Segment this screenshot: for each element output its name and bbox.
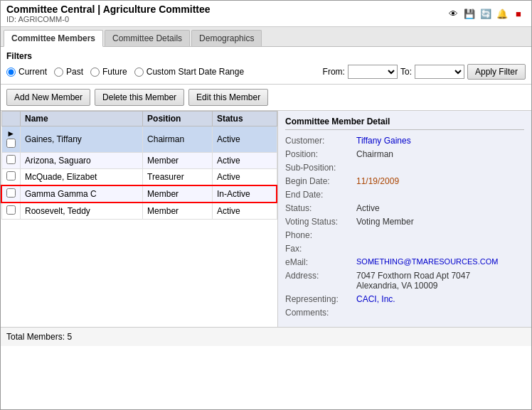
row-position-cell: Treasurer [143, 169, 213, 186]
table-row[interactable]: Arizona, Saguaro Member Active [1, 153, 277, 169]
detail-address-label: Address: [285, 271, 356, 291]
table-header-row: Name Position Status [1, 112, 277, 126]
detail-votingstatus-row: Voting Status: Voting Member [285, 217, 524, 227]
main-content: Name Position Status ► Gaines, Tiffany C… [1, 111, 531, 327]
save-icon[interactable]: 💾 [462, 6, 477, 21]
refresh-icon[interactable]: 🔄 [479, 6, 493, 21]
filter-current-radio[interactable] [6, 68, 16, 77]
detail-subposition-label: Sub-Position: [285, 163, 356, 173]
row-position-cell: Member [143, 185, 213, 203]
row-checkbox[interactable] [6, 155, 16, 164]
footer: Total Members: 5 [1, 327, 531, 346]
detail-position-value: Chairman [356, 149, 393, 159]
edit-member-button[interactable]: Edit this Member [188, 89, 268, 106]
detail-representing-value[interactable]: CACI, Inc. [356, 294, 395, 304]
row-name-cell: Arizona, Saguaro [21, 153, 143, 169]
detail-address-value: 7047 Foxthorn Road Apt 7047Alexandria, V… [356, 271, 470, 291]
delete-member-button[interactable]: Delete this Member [95, 89, 184, 106]
total-label: Total Members: [6, 332, 65, 342]
row-checkbox[interactable] [6, 171, 16, 180]
detail-enddate-row: End Date: [285, 190, 524, 200]
row-status-cell: Active [212, 169, 277, 186]
row-status-cell: Active [212, 203, 277, 220]
col-check [1, 112, 21, 126]
filter-custom-label: Custom Start Date Range [147, 67, 244, 77]
filters-section: Filters Current Past Future Custom Start… [1, 47, 531, 85]
col-name: Name [21, 112, 143, 126]
members-table: Name Position Status ► Gaines, Tiffany C… [1, 111, 277, 220]
table-row[interactable]: McQuade, Elizabet Treasurer Active [1, 169, 277, 186]
detail-position-label: Position: [285, 149, 356, 159]
filters-label: Filters [6, 51, 526, 61]
table-row[interactable]: ► Gaines, Tiffany Chairman Active [1, 126, 277, 153]
detail-status-label: Status: [285, 203, 356, 213]
filter-past[interactable]: Past [54, 67, 83, 77]
eye-icon[interactable]: 👁 [446, 6, 460, 21]
detail-representing-row: Representing: CACI, Inc. [285, 294, 524, 304]
action-bar: Add New Member Delete this Member Edit t… [1, 85, 531, 111]
detail-fax-label: Fax: [285, 244, 356, 254]
detail-title: Committee Member Detail [285, 117, 524, 130]
from-date-select[interactable] [348, 65, 398, 79]
detail-phone-row: Phone: [285, 230, 524, 240]
tab-committee-details[interactable]: Committee Details [105, 30, 190, 46]
detail-email-row: eMail: SOMETHING@TMARESOURCES.COM [285, 257, 524, 267]
row-check-cell [1, 153, 21, 169]
row-name-cell: Gamma Gamma C [21, 185, 143, 203]
detail-fax-row: Fax: [285, 244, 524, 254]
filter-current[interactable]: Current [6, 67, 47, 77]
add-new-member-button[interactable]: Add New Member [6, 89, 90, 106]
members-panel: Name Position Status ► Gaines, Tiffany C… [1, 111, 278, 327]
row-check-cell [1, 203, 21, 220]
bell-icon[interactable]: 🔔 [495, 6, 509, 21]
row-name-cell: McQuade, Elizabet [21, 169, 143, 186]
detail-customer-value[interactable]: Tiffany Gaines [356, 136, 411, 146]
close-icon[interactable]: ■ [511, 6, 526, 21]
detail-begindate-row: Begin Date: 11/19/2009 [285, 176, 524, 186]
title-bar-icons: 👁 💾 🔄 🔔 ■ [446, 6, 526, 21]
row-checkbox[interactable] [6, 139, 16, 148]
app-id: ID: AGRICOMM-0 [6, 15, 211, 23]
filter-past-radio[interactable] [54, 68, 63, 77]
detail-position-row: Position: Chairman [285, 149, 524, 159]
title-bar: Committee Central | Agriculture Committe… [1, 1, 531, 27]
row-arrow: ► [6, 129, 15, 139]
row-name-cell: Roosevelt, Teddy [21, 203, 143, 220]
detail-status-row: Status: Active [285, 203, 524, 213]
row-position-cell: Member [143, 203, 213, 220]
table-row[interactable]: Gamma Gamma C Member In-Active [1, 185, 277, 203]
filter-future[interactable]: Future [90, 67, 127, 77]
filter-future-radio[interactable] [90, 68, 100, 77]
main-window: Committee Central | Agriculture Committe… [0, 0, 532, 410]
detail-customer-label: Customer: [285, 136, 356, 146]
filter-custom[interactable]: Custom Start Date Range [134, 67, 244, 77]
filter-custom-radio[interactable] [134, 68, 144, 77]
row-check-cell [1, 185, 21, 203]
table-row[interactable]: Roosevelt, Teddy Member Active [1, 203, 277, 220]
detail-email-value: SOMETHING@TMARESOURCES.COM [356, 257, 498, 267]
row-status-cell: In-Active [212, 185, 277, 203]
row-check-cell: ► [1, 126, 21, 153]
to-date-select[interactable] [415, 65, 464, 79]
col-status: Status [212, 112, 277, 126]
tab-demographics[interactable]: Demographics [191, 30, 262, 46]
row-status-cell: Active [212, 153, 277, 169]
title-bar-left: Committee Central | Agriculture Committe… [6, 4, 211, 23]
row-checkbox[interactable] [6, 205, 16, 215]
row-checkbox[interactable] [6, 188, 16, 198]
detail-votingstatus-value: Voting Member [356, 217, 414, 227]
row-check-cell [1, 169, 21, 186]
col-position: Position [143, 112, 213, 126]
app-title: Committee Central | Agriculture Committe… [6, 4, 211, 15]
tab-committee-members[interactable]: Committee Members [4, 30, 103, 47]
row-name-cell: Gaines, Tiffany [21, 126, 143, 153]
detail-enddate-label: End Date: [285, 190, 356, 200]
detail-phone-label: Phone: [285, 230, 356, 240]
detail-begindate-value: 11/19/2009 [356, 176, 399, 186]
detail-comments-label: Comments: [285, 308, 356, 318]
apply-filter-button[interactable]: Apply Filter [467, 64, 526, 80]
detail-address-row: Address: 7047 Foxthorn Road Apt 7047Alex… [285, 271, 524, 291]
tab-bar: Committee Members Committee Details Demo… [1, 27, 531, 47]
detail-subposition-row: Sub-Position: [285, 163, 524, 173]
row-position-cell: Member [143, 153, 213, 169]
